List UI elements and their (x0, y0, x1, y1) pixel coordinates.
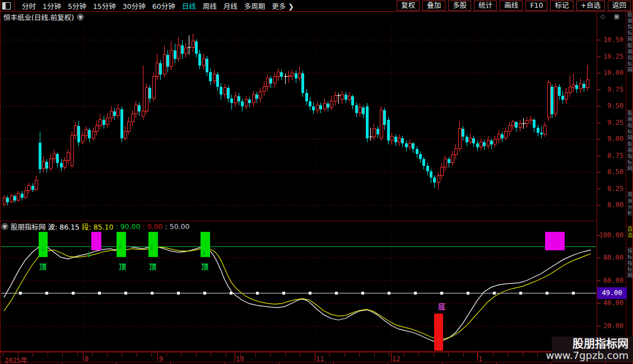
candle-up (569, 87, 571, 93)
candle-down (21, 194, 24, 198)
right-strip-segment: 用浪分析 (626, 192, 633, 226)
candle-up (525, 121, 528, 124)
top-signal-block-magenta (545, 232, 565, 250)
candle-down (60, 163, 63, 167)
candle-down (220, 87, 222, 95)
candle-down (558, 87, 561, 96)
indicator-value-badge: 49.00 (597, 287, 627, 299)
candle-up (81, 136, 84, 142)
candle-down (77, 126, 80, 142)
watermark-url: www.7gpzb.com (546, 350, 629, 361)
white-level-marker (177, 292, 180, 295)
candle-down (476, 143, 479, 147)
white-level-marker (546, 292, 548, 295)
candle-up (124, 132, 127, 138)
time-axis-label: 2025年 (4, 355, 27, 364)
candle-up (263, 87, 266, 92)
candle-up (24, 191, 27, 198)
candle-up (341, 95, 343, 100)
candle-down (376, 129, 379, 134)
indicator-param-0: : 0.00 (142, 222, 162, 231)
candle-down (319, 105, 322, 109)
time-axis-label: 10 (236, 355, 244, 363)
indicator-param-wave: 波: 86.15 (48, 221, 80, 232)
candle-up (53, 154, 55, 159)
candle-up (27, 186, 30, 191)
top-signal-label: 顶 (149, 261, 156, 272)
candle-up (373, 129, 375, 137)
candle-down (490, 141, 493, 144)
candle-up (287, 76, 290, 77)
candle-up (458, 129, 461, 149)
watermark-site-name: 股朋指标网 (573, 338, 629, 350)
price-axis-label: 9.75 (590, 86, 623, 93)
price-axis-label: 8.25 (590, 185, 623, 192)
candle-down (472, 138, 475, 143)
candle-up (277, 72, 280, 77)
right-strip-segment: 股朋指标网股朋指标网 (626, 12, 633, 110)
candle-up (390, 137, 393, 141)
candle-down (301, 73, 304, 93)
indicator-axis-label: 40.00 (590, 300, 623, 306)
candle-up (316, 105, 319, 110)
right-edge-strip: 股朋指标网股朋指标网股朋指标网股朋指标网用浪分析自选技标指标网 (626, 12, 633, 352)
price-axis-label: 8.75 (590, 152, 623, 159)
candle-down (383, 110, 386, 125)
chart-canvas[interactable]: ↓↓↓↓↓ (0, 0, 633, 364)
candle-up (437, 176, 440, 183)
candle-down (39, 143, 41, 169)
candle-down (430, 171, 432, 178)
candle-down (255, 95, 258, 99)
candle-down (394, 137, 397, 142)
top-signal-label: 顶 (201, 261, 208, 272)
candle-down (238, 96, 240, 101)
candle-down (416, 149, 418, 154)
candle-up (117, 109, 119, 116)
candle-down (31, 186, 34, 190)
candle-up (252, 95, 255, 103)
candle-down (120, 109, 123, 138)
candle-down (422, 159, 425, 166)
candle-up (273, 77, 276, 83)
candle-up (469, 138, 472, 142)
candle-down (209, 72, 212, 81)
candle-up (145, 88, 148, 111)
candle-down (103, 120, 105, 125)
candle-up (440, 167, 443, 176)
candle-up (74, 126, 77, 136)
candle-up (487, 141, 490, 146)
white-level-marker (45, 292, 48, 295)
indicator-axis-label: 80.00 (590, 254, 623, 261)
candle-up (213, 74, 216, 81)
price-axis-label: 9.00 (590, 136, 623, 142)
candle-up (63, 161, 66, 167)
candle-down (351, 96, 354, 105)
time-axis-label: 12 (392, 355, 400, 363)
candle-up (152, 77, 155, 99)
candle-up (408, 143, 411, 147)
white-level-marker (19, 292, 22, 295)
white-level-marker (282, 292, 285, 295)
candle-up (504, 132, 507, 138)
candle-down (305, 93, 308, 101)
collapse-chevron-icon[interactable]: ▼ (1, 223, 8, 230)
candle-down (327, 104, 329, 108)
candle-down (433, 178, 436, 183)
time-axis-label: 11 (316, 355, 324, 363)
indicator-source: 股朋指标网 (11, 221, 46, 232)
candle-down (148, 88, 151, 99)
white-level-marker (203, 292, 206, 295)
candle-up (529, 120, 532, 121)
candle-down (345, 95, 347, 100)
candle-up (334, 96, 337, 101)
white-level-marker (72, 292, 75, 295)
candle-up (134, 105, 137, 114)
candle-down (419, 154, 422, 159)
candle-up (85, 130, 87, 136)
candle-up (543, 126, 546, 134)
candle-down (537, 128, 539, 133)
candle-down (280, 72, 283, 77)
candle-down (551, 87, 553, 114)
candle-down (216, 74, 219, 87)
candle-up (71, 136, 73, 166)
